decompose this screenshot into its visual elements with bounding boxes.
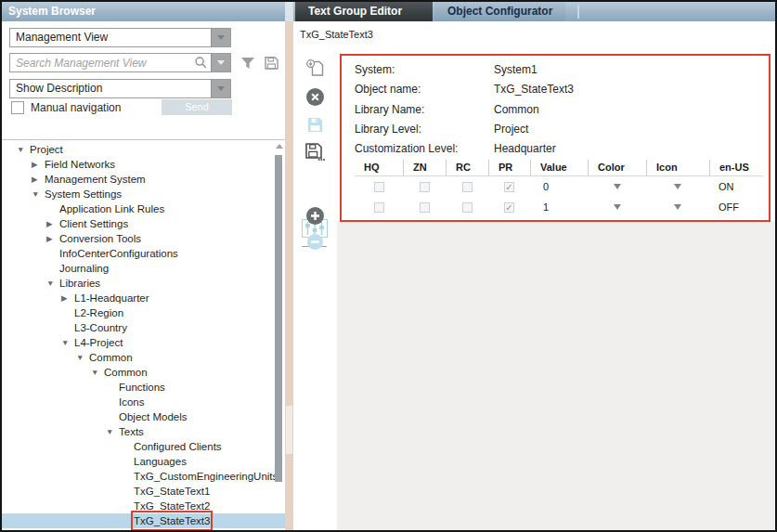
form-label: Library Level: [355, 123, 494, 137]
text-cell: ON [709, 176, 763, 197]
tree-item-languages[interactable]: Languages [2, 454, 285, 469]
tree-scrollbar[interactable] [274, 142, 284, 530]
remove-row-icon[interactable] [304, 231, 325, 252]
tree-item-label: Object Models [119, 409, 188, 424]
tree-item-label: Management System [45, 172, 146, 187]
tree-item-icons[interactable]: Icons [2, 395, 285, 409]
expanded-arrow-icon[interactable]: ▼ [61, 335, 74, 350]
view-dropdown[interactable]: Management View [9, 28, 231, 47]
tree-item-l1-headquarter[interactable]: ▶L1-Headquarter [2, 291, 285, 305]
icon-dropdown-icon [674, 204, 681, 210]
expanded-arrow-icon[interactable]: ▼ [32, 187, 45, 201]
tree-item-journaling[interactable]: Journaling [2, 261, 285, 276]
tree-item-conversion-tools[interactable]: ▶Conversion Tools [2, 231, 285, 246]
tree-item-label: System Settings [45, 187, 122, 201]
color-dropdown[interactable] [588, 176, 646, 197]
import-icon[interactable] [304, 58, 325, 78]
system-browser-panel: System Browser Management View Show Desc… [2, 2, 285, 530]
icon-dropdown[interactable] [646, 176, 709, 197]
tree-item-txg-statetext1[interactable]: TxG_StateText1 [2, 484, 285, 499]
form-row-system-: System:System1 [355, 63, 537, 78]
tree-item-common[interactable]: ▼Common [2, 350, 285, 365]
panel-title: System Browser [2, 2, 285, 21]
scrollbar-thumb[interactable] [275, 155, 282, 482]
tree-item-field-networks[interactable]: ▶Field Networks [2, 157, 285, 172]
description-dropdown[interactable]: Show Description [9, 79, 231, 98]
color-dropdown-icon [614, 204, 621, 210]
search-dropdown-button[interactable] [211, 54, 230, 71]
tree-item-management-system[interactable]: ▶Management System [2, 172, 285, 187]
expanded-arrow-icon[interactable]: ▼ [106, 424, 119, 439]
tree-item-texts[interactable]: ▼Texts [2, 424, 285, 439]
scroll-up-icon[interactable] [276, 144, 283, 149]
color-dropdown-icon [614, 184, 621, 189]
search-field-group [9, 53, 231, 72]
expanded-arrow-icon[interactable]: ▼ [17, 142, 30, 157]
tree-item-label: Common [89, 350, 133, 365]
send-button[interactable]: Send [162, 99, 232, 115]
rc-checkbox[interactable] [462, 182, 473, 192]
tree-item-application-link-rules[interactable]: Application Link Rules [2, 201, 285, 216]
tab-object-configurator[interactable]: Object Configurator [434, 2, 565, 21]
expanded-arrow-icon[interactable]: ▼ [91, 365, 104, 380]
column-header-value: Value [530, 160, 588, 175]
table-header-row: HQZNRCPRValueColorIconen-US [355, 160, 763, 176]
splitter-grip[interactable] [286, 406, 292, 454]
tree-item-object-models[interactable]: Object Models [2, 409, 285, 424]
column-header-zn: ZN [403, 160, 446, 175]
text-cell: OFF [709, 197, 763, 217]
collapsed-arrow-icon[interactable]: ▶ [32, 172, 45, 187]
tree-item-client-settings[interactable]: ▶Client Settings [2, 216, 285, 231]
tree-item-l4-project[interactable]: ▼L4-Project [2, 335, 285, 350]
description-dropdown-button[interactable] [211, 80, 230, 97]
divider [2, 139, 285, 140]
view-dropdown-button[interactable] [211, 29, 230, 46]
delete-icon[interactable] [304, 86, 325, 107]
tree-item-label: Texts [119, 424, 144, 439]
tree-item-system-settings[interactable]: ▼System Settings [2, 187, 285, 201]
pr-checkbox[interactable]: ✓ [504, 202, 514, 213]
tree-item-l2-region[interactable]: L2-Region [2, 305, 285, 320]
column-header-icon: Icon [646, 160, 709, 175]
tree-item-functions[interactable]: Functions [2, 380, 285, 395]
filter-icon[interactable] [239, 54, 257, 72]
zn-checkbox[interactable] [420, 202, 430, 213]
hq-checkbox[interactable] [374, 182, 384, 192]
tree-item-label: TxG_CustomEngineeringUnits [134, 469, 278, 484]
manual-navigation-checkbox[interactable] [11, 101, 24, 114]
icon-dropdown[interactable] [646, 197, 709, 217]
collapsed-arrow-icon[interactable]: ▶ [32, 157, 45, 172]
tab-text-group-editor[interactable]: Text Group Editor [295, 2, 433, 21]
panel-splitter[interactable] [285, 21, 293, 530]
collapsed-arrow-icon[interactable]: ▶ [46, 231, 59, 246]
form-value: Headquarter [494, 142, 556, 157]
tree-item-txg-statetext2[interactable]: TxG_StateText2 [2, 499, 285, 513]
add-row-icon[interactable] [304, 205, 325, 226]
icon-dropdown-icon [674, 184, 681, 189]
color-dropdown[interactable] [588, 197, 646, 217]
save-icon[interactable] [304, 114, 325, 135]
editor-panel: Text Group Editor Object Configurator Tx… [293, 2, 775, 530]
tree-item-label: Conversion Tools [59, 231, 141, 246]
collapsed-arrow-icon[interactable]: ▶ [46, 216, 59, 231]
tree-item-common[interactable]: ▼Common [2, 365, 285, 380]
save-as-icon[interactable] [304, 141, 325, 162]
zn-checkbox[interactable] [420, 182, 430, 192]
hq-checkbox[interactable] [374, 202, 384, 213]
pr-checkbox[interactable]: ✓ [504, 182, 514, 192]
tree-item-l3-country[interactable]: L3-Country [2, 320, 285, 335]
expanded-arrow-icon[interactable]: ▼ [46, 276, 59, 291]
tree-item-infocenterconfigurations[interactable]: InfoCenterConfigurations [2, 246, 285, 261]
tree-item-configured-clients[interactable]: Configured Clients [2, 439, 285, 454]
column-header-pr: PR [488, 160, 530, 175]
search-input[interactable] [10, 54, 190, 71]
form-value: Common [494, 103, 539, 118]
tree-item-libraries[interactable]: ▼Libraries [2, 276, 285, 291]
tree-item-project[interactable]: ▼Project [2, 142, 285, 157]
save-search-icon[interactable] [262, 54, 280, 72]
collapsed-arrow-icon[interactable]: ▶ [61, 291, 74, 305]
expanded-arrow-icon[interactable]: ▼ [76, 350, 89, 365]
tree-item-txg-customengineeringunits[interactable]: TxG_CustomEngineeringUnits [2, 469, 285, 484]
tree-item-txg-statetext3[interactable]: TxG_StateText3 [2, 513, 285, 528]
rc-checkbox[interactable] [462, 202, 473, 213]
